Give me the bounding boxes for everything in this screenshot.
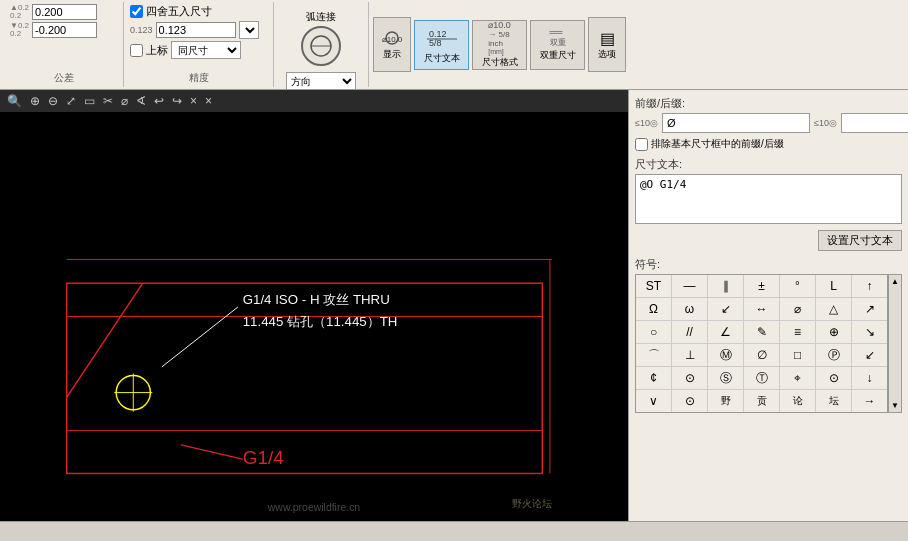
precision-dropdown[interactable]: ▼ <box>239 21 259 39</box>
dim-text-section: 尺寸文本: @O G1/4 设置尺寸文本 <box>635 157 902 251</box>
sym-lun[interactable]: 论 <box>780 390 815 412</box>
svg-text:野火论坛: 野火论坛 <box>512 498 552 509</box>
dual-dim-button[interactable]: ══ 双重 双重尺寸 <box>530 20 585 70</box>
select-button[interactable]: ▤ 选项 <box>588 17 626 72</box>
tolerance-label: 公差 <box>10 69 117 85</box>
dual-dim-btn-label: 双重尺寸 <box>540 49 576 62</box>
sym-pencil[interactable]: ✎ <box>744 321 779 343</box>
dim-format-button[interactable]: ⌀10.0 → 5/8 inch [mm] 尺寸格式 <box>472 20 527 70</box>
prefix-right-input[interactable] <box>841 113 908 133</box>
undo-btn[interactable]: ↩ <box>151 93 167 109</box>
sym-check[interactable]: ∨ <box>636 390 671 412</box>
sym-sw-arrow[interactable]: ↙ <box>708 298 743 320</box>
sym-parallel[interactable]: ∥ <box>708 275 743 297</box>
sym-angle[interactable]: ∠ <box>708 321 743 343</box>
arc-connect-section: 弧连接 <box>293 8 349 68</box>
sym-triangle[interactable]: △ <box>816 298 851 320</box>
cut-btn2[interactable]: ⌀ <box>118 93 131 109</box>
sym-L[interactable]: L <box>816 275 851 297</box>
sym-plusminus[interactable]: ± <box>744 275 779 297</box>
sym-dash[interactable]: — <box>672 275 707 297</box>
display-btn-label: 显示 <box>383 48 401 61</box>
set-dim-text-button[interactable]: 设置尺寸文本 <box>818 230 902 251</box>
zoom-in-btn[interactable]: ⊕ <box>27 93 43 109</box>
sym-degree[interactable]: ° <box>780 275 815 297</box>
scroll-up-btn[interactable]: ▲ <box>889 275 901 288</box>
svg-rect-7 <box>67 283 543 473</box>
cut-btn1[interactable]: ✂ <box>100 93 116 109</box>
sym-se-arrow[interactable]: ↘ <box>852 321 887 343</box>
rect-btn[interactable]: ▭ <box>81 93 98 109</box>
sym-odot3[interactable]: ⊙ <box>672 390 707 412</box>
sym-P-circle[interactable]: Ⓟ <box>816 344 851 366</box>
exclude-prefix-label: 排除基本尺寸框中的前缀/后缀 <box>651 137 784 151</box>
arc-icon-button[interactable] <box>301 26 341 66</box>
zoom-btn[interactable]: 🔍 <box>4 93 25 109</box>
symbol-scrollbar[interactable]: ▲ ▼ <box>888 274 902 413</box>
same-dim-dropdown[interactable]: 同尺寸 <box>171 41 241 59</box>
sym-down-arrow[interactable]: ↓ <box>852 367 887 389</box>
prefix-left-input[interactable] <box>662 113 810 133</box>
direction-dropdown[interactable]: 方向 <box>286 72 356 90</box>
exclude-prefix-checkbox[interactable] <box>635 138 648 151</box>
symbol-label: 符号: <box>635 257 902 272</box>
display-arc-section: 弧连接 方向 <box>274 2 369 87</box>
sym-diameter[interactable]: ⌀ <box>780 298 815 320</box>
direction-section: 方向 <box>280 70 362 92</box>
upper-tolerance-input[interactable]: 0.200 <box>32 4 97 20</box>
display-button[interactable]: ⌀10.0 显示 <box>373 17 411 72</box>
precision-section: 四舍五入尺寸 0.123 0.123 ▼ 上标 同尺寸 精度 <box>124 2 274 87</box>
sym-lr-arrow[interactable]: ↔ <box>744 298 779 320</box>
redo-btn[interactable]: ↪ <box>169 93 185 109</box>
sym-slash2[interactable]: // <box>672 321 707 343</box>
lower-tolerance-input[interactable]: -0.200 <box>32 22 97 38</box>
dim-text-button[interactable]: 0.12 5/8 尺寸文本 <box>414 20 469 70</box>
sym-target[interactable]: ⌖ <box>780 367 815 389</box>
sym-ye[interactable]: 野 <box>708 390 743 412</box>
sym-sw-arrow2[interactable]: ↙ <box>852 344 887 366</box>
sym-oplus[interactable]: ⊕ <box>816 321 851 343</box>
precision-label: 精度 <box>130 69 267 85</box>
sym-gong[interactable]: 贡 <box>744 390 779 412</box>
fit-btn[interactable]: ⤢ <box>63 93 79 109</box>
sym-null-set[interactable]: ∅ <box>744 344 779 366</box>
zoom-out-btn[interactable]: ⊖ <box>45 93 61 109</box>
upper-mark-label: 上标 <box>146 43 168 58</box>
sym-M-circle[interactable]: Ⓜ <box>708 344 743 366</box>
sym-T-circle[interactable]: Ⓣ <box>744 367 779 389</box>
sym-equiv[interactable]: ≡ <box>780 321 815 343</box>
tol-small-icon1: ▲0.20.2 <box>10 4 29 20</box>
svg-text:www.proewildfire.cn: www.proewildfire.cn <box>267 502 361 513</box>
sym-S-circle[interactable]: Ⓢ <box>708 367 743 389</box>
sym-perp[interactable]: ⊥ <box>672 344 707 366</box>
upper-mark-checkbox[interactable] <box>130 44 143 57</box>
sym-omega-cap[interactable]: Ω <box>636 298 671 320</box>
sym-ne-arrow[interactable]: ↗ <box>852 298 887 320</box>
sym-arc[interactable]: ⌒ <box>636 344 671 366</box>
dim-text-btn-label: 尺寸文本 <box>424 52 460 65</box>
scroll-down-btn[interactable]: ▼ <box>889 399 901 412</box>
checkbox-four-five: 四舍五入尺寸 <box>130 4 212 19</box>
sym-omega[interactable]: ω <box>672 298 707 320</box>
svg-text:11.445 钻孔（11.445）TH: 11.445 钻孔（11.445）TH <box>243 314 398 329</box>
prefix-suffix-section: 前缀/后缀: ≤10◎ ≤10◎ 排除基本尺寸框中的前缀/后缀 <box>635 96 902 151</box>
canvas-area[interactable]: 🔍 ⊕ ⊖ ⤢ ▭ ✂ ⌀ ∢ ↩ ↪ × × <box>0 90 628 521</box>
sym-circle[interactable]: ○ <box>636 321 671 343</box>
canvas-toolbar: 🔍 ⊕ ⊖ ⤢ ▭ ✂ ⌀ ∢ ↩ ↪ × × <box>0 90 628 112</box>
cut-btn3[interactable]: ∢ <box>133 93 149 109</box>
sym-right-arrow[interactable]: → <box>852 390 887 412</box>
dual-dim-icon: ══ 双重 <box>550 27 566 48</box>
sym-odot2[interactable]: ⊙ <box>816 367 851 389</box>
sym-square[interactable]: □ <box>780 344 815 366</box>
four-five-checkbox[interactable] <box>130 5 143 18</box>
sym-odot[interactable]: ⊙ <box>672 367 707 389</box>
close-canvas-btn[interactable]: × <box>187 93 200 109</box>
close-canvas-btn2[interactable]: × <box>202 93 215 109</box>
dim-text-textarea[interactable]: @O G1/4 <box>635 174 902 224</box>
sym-cent[interactable]: ¢ <box>636 367 671 389</box>
sym-up-arrow[interactable]: ↑ <box>852 275 887 297</box>
precision-input[interactable]: 0.123 <box>156 22 236 38</box>
dim-buttons-section: ⌀10.0 显示 0.12 5/8 尺寸文本 <box>369 2 630 87</box>
sym-tan[interactable]: 坛 <box>816 390 851 412</box>
sym-ST[interactable]: ST <box>636 275 671 297</box>
